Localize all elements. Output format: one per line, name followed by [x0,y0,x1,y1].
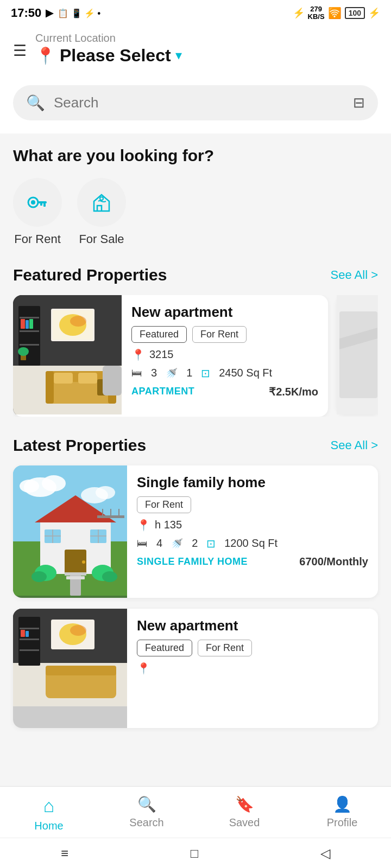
for-rent-icon-circle [13,178,62,227]
main-content: What are you looking for? For Rent [0,133,391,850]
featured-image-0 [13,295,122,417]
svg-rect-73 [46,666,116,675]
network-speed: 279KB/S [308,5,325,21]
latest-image-1 [13,609,127,728]
battery-icon: 100 [345,7,365,19]
category-for-sale[interactable]: For Sale [77,178,126,246]
svg-point-1 [31,200,35,205]
beds-0: 3 [151,367,157,379]
latest-location-1: 📍 [137,662,368,675]
location-pin-icon: 📍 [35,46,55,65]
nav-search-icon: 🔍 [137,795,156,813]
nav-profile-label: Profile [327,816,358,829]
category-for-rent[interactable]: For Rent [13,178,62,246]
yt-icon: ▶ [46,7,53,19]
bed-icon-0: 🛏 [131,367,142,379]
featured-footer-0: APARTMENT ₹2.5K/mo [131,385,318,398]
search-bar[interactable]: 🔍 ⊟ [13,85,378,120]
svg-rect-29 [103,366,122,395]
nav-search-label: Search [129,816,163,829]
bottom-nav: ⌂ Home 🔍 Search 🔖 Saved 👤 Profile [0,786,391,838]
nav-saved-icon: 🔖 [235,795,254,813]
android-back-btn[interactable]: ◁ [320,846,330,861]
latest-card-1[interactable]: New apartment Featured For Rent 📍 [13,609,378,728]
bluetooth-icon: ⚡ [293,7,305,19]
latest-image-0 [13,465,127,598]
status-bar: 17:50 ▶ 📋 📱 ⚡ • ⚡ 279KB/S 🛜 100 ⚡ [0,0,391,27]
featured-card-0[interactable]: New apartment Featured For Rent 📍 3215 🛏… [13,295,328,417]
svg-rect-13 [21,319,25,329]
time: 17:50 [11,6,41,20]
search-icon: 🔍 [26,94,45,112]
header: ☰ Current Location 📍 Please Select ▾ [0,27,391,76]
android-nav: ≡ □ ◁ [0,838,391,868]
latest-tag-1-1: For Rent [198,640,252,656]
svg-rect-2 [38,201,47,203]
search-input[interactable] [54,94,344,111]
svg-rect-11 [20,330,39,332]
android-menu-btn[interactable]: ≡ [61,846,68,861]
latest-type-0: SINGLE FAMILY HOME [137,556,248,567]
nav-home-label: Home [34,820,63,832]
latest-tags-0: For Rent [137,496,368,513]
latest-tag-0-0: For Rent [137,496,191,513]
nav-saved-label: Saved [229,816,260,829]
for-rent-label: For Rent [14,232,61,246]
latest-see-all[interactable]: See All > [331,438,378,452]
featured-tags-0: Featured For Rent [131,326,318,343]
latest-details-1: New apartment Featured For Rent 📍 [127,609,378,728]
svg-rect-4 [40,203,42,206]
location-block: Current Location 📍 Please Select ▾ [35,32,182,66]
area-0: 2450 Sq Ft [219,367,272,379]
svg-rect-24 [46,371,54,404]
svg-rect-55 [66,576,85,579]
svg-point-42 [82,560,85,564]
latest-footer-0: SINGLE FAMILY HOME 6700/Monthly [137,556,368,568]
featured-details-0: New apartment Featured For Rent 📍 3215 🛏… [122,295,328,417]
latest-card-0[interactable]: Single family home For Rent 📍 h 135 🛏 4 … [13,465,378,598]
nav-profile[interactable]: 👤 Profile [293,795,391,832]
featured-card-partial [337,295,378,414]
latest-section-header: Latest Properties See All > [13,436,378,455]
svg-rect-54 [65,572,86,576]
nav-home[interactable]: ⌂ Home [0,795,98,832]
svg-point-37 [96,486,115,499]
latest-baths-0: 2 [192,537,198,550]
charging-icon: ⚡ [368,7,380,19]
location-pin-icon-l0: 📍 [137,519,150,532]
latest-tags-1: Featured For Rent [137,640,368,656]
svg-point-17 [18,347,29,356]
featured-see-all[interactable]: See All > [331,268,378,282]
chevron-down-icon: ▾ [175,48,182,63]
category-heading: What are you looking for? [13,146,378,165]
svg-rect-67 [21,630,25,637]
nav-search[interactable]: 🔍 Search [98,795,195,832]
svg-point-34 [42,475,66,492]
latest-specs-0: 🛏 4 🚿 2 ⊡ 1200 Sq Ft [137,537,368,550]
svg-point-71 [70,625,86,636]
home-icon: ⌂ [43,795,55,816]
featured-location-0: 📍 3215 [131,348,318,361]
filter-icon[interactable]: ⊟ [353,94,365,111]
svg-rect-26 [54,373,73,384]
featured-section-header: Featured Properties See All > [13,266,378,284]
tag-forrent-0: For Rent [192,326,247,343]
area-icon-l0: ⊡ [206,537,216,550]
latest-loc-text-0: h 135 [155,519,182,531]
featured-scroll: New apartment Featured For Rent 📍 3215 🛏… [13,295,378,417]
nav-saved[interactable]: 🔖 Saved [195,795,293,832]
bath-icon-l0: 🚿 [171,538,183,550]
location-pin-icon-l1: 📍 [137,662,150,675]
baths-0: 1 [186,367,192,379]
featured-specs-0: 🛏 3 🚿 1 ⊡ 2450 Sq Ft [131,367,318,380]
latest-name-0: Single family home [137,474,368,491]
featured-name-0: New apartment [131,304,318,321]
location-select[interactable]: 📍 Please Select ▾ [35,46,182,66]
svg-rect-65 [20,639,39,640]
for-sale-icon-circle [77,178,126,227]
location-pin-icon-0: 📍 [131,348,145,361]
latest-title: Latest Properties [13,436,146,455]
svg-rect-27 [78,373,97,384]
android-home-btn[interactable]: □ [191,846,199,861]
menu-icon[interactable]: ☰ [13,42,27,60]
